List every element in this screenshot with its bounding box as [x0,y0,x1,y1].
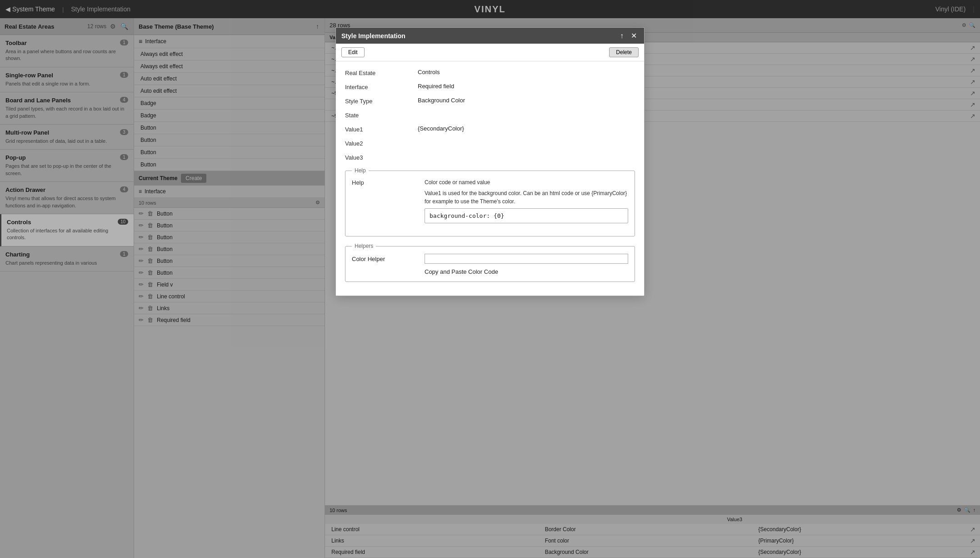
value1-row: Value1 {SecondaryColor} [345,125,635,133]
color-helper-row: Color Helper [352,254,628,264]
real-estate-label: Real Estate [345,69,418,76]
help-code-box: background-color: {0} [425,208,628,223]
help-content: Color code or named value Value1 is used… [425,178,628,223]
help-label: Help [352,178,425,186]
copy-paste-link[interactable]: Copy and Paste Color Code [425,268,498,275]
interface-label: Interface [345,83,418,90]
value2-row: Value2 [345,139,635,147]
modal-close-button[interactable]: ✕ [629,31,639,40]
modal-titlebar: Style Implementation ↑ ✕ [336,28,644,44]
modal-delete-button[interactable]: Delete [609,47,639,57]
help-row: Help Color code or named value Value1 is… [352,178,628,223]
help-section: Help Help Color code or named value Valu… [345,167,635,236]
help-legend: Help [352,167,369,174]
real-estate-row: Real Estate Controls [345,69,635,76]
interface-value: Required field [418,83,635,90]
helpers-section: Helpers Color Helper Copy and Paste Colo… [345,243,635,282]
real-estate-value: Controls [418,69,635,75]
value2-label: Value2 [345,139,418,147]
help-line1: Color code or named value [425,178,628,186]
state-row: State [345,111,635,119]
value1-label: Value1 [345,125,418,133]
interface-row: Interface Required field [345,83,635,90]
modal-edit-button[interactable]: Edit [341,47,365,57]
value3-row: Value3 [345,153,635,161]
modal-title: Style Implementation [341,32,405,40]
value1-value: {SecondaryColor} [418,125,635,132]
style-type-row: Style Type Background Color [345,97,635,105]
modal-titlebar-actions: ↑ ✕ [618,31,639,40]
modal-toolbar: Edit Delete [336,44,644,61]
value3-label: Value3 [345,153,418,161]
style-type-label: Style Type [345,97,418,105]
color-helper-input[interactable] [425,254,628,264]
copy-paste-row: Copy and Paste Color Code [352,268,628,275]
help-line2: Value1 is used for the background color.… [425,189,628,206]
style-type-value: Background Color [418,97,635,104]
helpers-legend: Helpers [352,243,376,249]
modal-overlay: Style Implementation ↑ ✕ Edit Delete Rea… [0,0,980,558]
modal-body: Real Estate Controls Interface Required … [336,61,644,296]
state-label: State [345,111,418,119]
style-implementation-modal: Style Implementation ↑ ✕ Edit Delete Rea… [335,27,645,296]
color-helper-label: Color Helper [352,256,425,262]
modal-up-button[interactable]: ↑ [618,32,625,40]
